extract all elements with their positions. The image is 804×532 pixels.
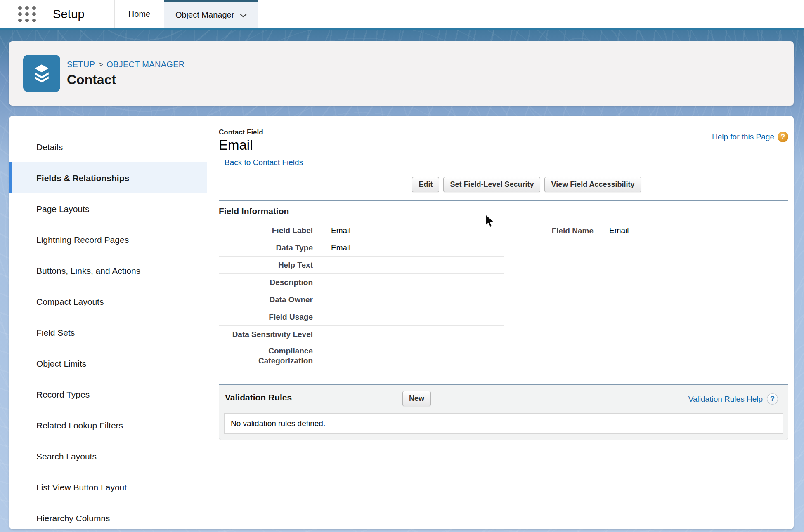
sidebar-item-compact-layouts[interactable]: Compact Layouts <box>9 286 207 317</box>
sidebar-item-hierarchy-columns[interactable]: Hierarchy Columns <box>9 503 207 529</box>
field-information-title: Field Information <box>219 206 788 216</box>
sidebar-item-object-limits[interactable]: Object Limits <box>9 348 207 379</box>
tab-object-manager-label: Object Manager <box>175 10 234 20</box>
help-for-this-page-label: Help for this Page <box>712 132 774 141</box>
breadcrumb-setup-link[interactable]: SETUP <box>67 60 95 69</box>
field-title: Email <box>219 137 303 153</box>
validation-rules-section: Validation Rules New Validation Rules He… <box>219 384 788 440</box>
sidebar-item-field-sets[interactable]: Field Sets <box>9 317 207 348</box>
help-for-this-page-link[interactable]: Help for this Page ? <box>712 132 788 142</box>
field-detail-toolbar: Edit Set Field-Level Security View Field… <box>242 177 794 192</box>
chevron-down-icon <box>240 14 247 18</box>
sidebar-item-page-layouts[interactable]: Page Layouts <box>9 193 207 224</box>
validation-rules-help-icon[interactable]: ? <box>767 393 778 405</box>
validation-rules-title: Validation Rules <box>225 393 292 403</box>
field-info-row-data-owner: Data Owner <box>219 291 504 308</box>
field-info-row-field-label: Field Label Email <box>219 222 504 239</box>
set-field-level-security-button[interactable]: Set Field-Level Security <box>443 177 540 192</box>
field-info-row-data-type: Data Type Email <box>219 239 504 257</box>
setup-app-title: Setup <box>53 7 85 21</box>
breadcrumb-separator: > <box>98 60 103 69</box>
app-launcher-icon[interactable] <box>17 5 36 23</box>
field-detail-main: Contact Field Email Back to Contact Fiel… <box>207 116 794 529</box>
tab-object-manager[interactable]: Object Manager <box>164 0 258 28</box>
sidebar-item-record-types[interactable]: Record Types <box>9 379 207 410</box>
field-info-row-compliance-categorization: Compliance Categorization <box>219 343 504 369</box>
breadcrumb-object-manager-link[interactable]: OBJECT MANAGER <box>106 60 184 69</box>
validation-rules-empty-message: No validation rules defined. <box>224 413 783 434</box>
validation-rules-help-link[interactable]: Validation Rules Help ? <box>688 393 778 405</box>
edit-button[interactable]: Edit <box>412 177 439 192</box>
sidebar-item-search-layouts[interactable]: Search Layouts <box>9 441 207 472</box>
validation-rules-help-label: Validation Rules Help <box>688 395 763 404</box>
tab-home-label: Home <box>128 9 150 19</box>
sidebar-item-fields-relationships[interactable]: Fields & Relationships <box>9 162 207 193</box>
object-manager-sidebar: Details Fields & Relationships Page Layo… <box>9 116 207 529</box>
sidebar-item-lightning-record-pages[interactable]: Lightning Record Pages <box>9 224 207 255</box>
new-validation-rule-button[interactable]: New <box>402 391 431 406</box>
app-nav: Setup Home Object Manager <box>0 0 804 28</box>
field-info-row-help-text: Help Text <box>219 257 504 274</box>
nav-brand: Setup <box>0 0 114 28</box>
sidebar-item-related-lookup-filters[interactable]: Related Lookup Filters <box>9 410 207 441</box>
back-to-contact-fields-link[interactable]: Back to Contact Fields <box>225 158 303 167</box>
setup-page: SETUP>OBJECT MANAGER Contact Details Fie… <box>0 28 804 532</box>
object-title: Contact <box>67 72 185 87</box>
field-info-row-field-usage: Field Usage <box>219 308 504 326</box>
sidebar-item-buttons-links-actions[interactable]: Buttons, Links, and Actions <box>9 255 207 286</box>
field-type-label: Contact Field <box>219 128 303 137</box>
object-layers-icon <box>23 55 60 92</box>
breadcrumb: SETUP>OBJECT MANAGER <box>67 60 185 69</box>
field-info-row-field-name: Field Name Email <box>504 222 788 257</box>
sidebar-item-details[interactable]: Details <box>9 132 207 162</box>
sidebar-item-list-view-button-layout[interactable]: List View Button Layout <box>9 472 207 503</box>
field-info-row-description: Description <box>219 274 504 291</box>
view-field-accessibility-button[interactable]: View Field Accessibility <box>544 177 641 192</box>
help-question-icon[interactable]: ? <box>778 132 788 142</box>
object-manager-content-card: Details Fields & Relationships Page Layo… <box>9 116 794 529</box>
field-information-section: Field Information Field Label Email Data… <box>219 200 788 369</box>
field-info-row-data-sensitivity-level: Data Sensitivity Level <box>219 326 504 343</box>
tab-home[interactable]: Home <box>114 0 164 28</box>
setup-header-card: SETUP>OBJECT MANAGER Contact <box>9 41 794 106</box>
